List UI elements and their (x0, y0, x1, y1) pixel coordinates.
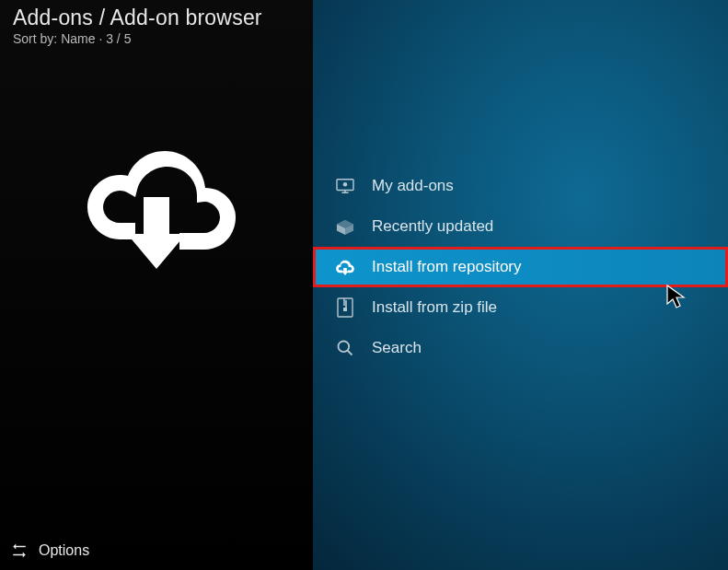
position-indicator: 3 / 5 (106, 31, 131, 46)
sort-value: Name (61, 31, 95, 46)
menu-item-recently-updated[interactable]: Recently updated (313, 206, 728, 247)
box-open-icon (335, 216, 355, 237)
menu-item-install-from-zip-file[interactable]: Install from zip file (313, 287, 728, 328)
svg-point-1 (343, 182, 348, 187)
menu-item-label: Install from repository (372, 258, 522, 276)
menu-item-install-from-repository[interactable]: Install from repository (313, 247, 728, 287)
sort-line: Sort by: Name · 3 / 5 (13, 31, 300, 46)
menu-item-my-add-ons[interactable]: My add-ons (313, 166, 728, 206)
menu-item-label: Recently updated (372, 217, 493, 236)
options-label: Options (39, 542, 89, 559)
options-button[interactable]: Options (0, 533, 313, 570)
options-icon (11, 542, 28, 559)
main-panel: My add-onsRecently updatedInstall from r… (313, 0, 728, 570)
menu-item-label: My add-ons (372, 177, 454, 195)
svg-rect-3 (343, 308, 347, 311)
sort-separator: · (98, 31, 106, 46)
header: Add-ons / Add-on browser Sort by: Name ·… (0, 0, 313, 50)
cloud-download-large-icon (74, 142, 239, 271)
cloud-download-icon (335, 257, 355, 277)
section-illustration (0, 50, 313, 533)
screen-icon (335, 176, 355, 196)
search-icon (335, 338, 355, 358)
menu-item-search[interactable]: Search (313, 328, 728, 368)
sidebar: Add-ons / Add-on browser Sort by: Name ·… (0, 0, 313, 570)
menu-item-label: Search (372, 339, 422, 357)
menu-list: My add-onsRecently updatedInstall from r… (313, 166, 728, 368)
breadcrumb: Add-ons / Add-on browser (13, 6, 300, 30)
menu-item-label: Install from zip file (372, 298, 497, 317)
zip-icon (335, 297, 355, 318)
svg-point-4 (339, 342, 350, 353)
sort-label: Sort by: (13, 31, 57, 46)
